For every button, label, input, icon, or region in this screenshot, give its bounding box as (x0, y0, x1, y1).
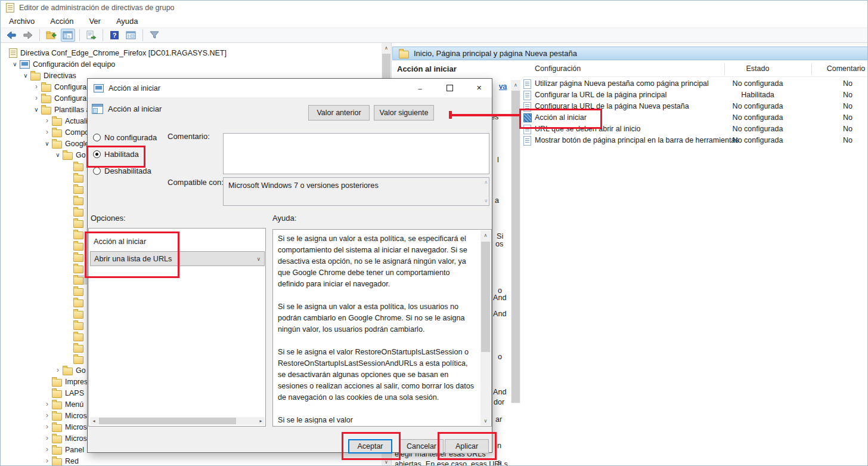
folder-icon (30, 73, 41, 81)
setting-row[interactable]: Configurar la URL de la página principal… (523, 90, 868, 101)
aplicar-button[interactable]: Aplicar (445, 439, 489, 453)
radio-habilitada-label[interactable]: Habilitada (104, 150, 139, 159)
setting-name[interactable]: URL que se deben abrir al inicio (535, 125, 640, 133)
folder-icon (52, 402, 62, 409)
policy-icon (523, 102, 531, 112)
folder-icon (73, 300, 83, 307)
setting-comentario: No (833, 125, 863, 133)
tree-item-label: Configuración del equipo (33, 60, 115, 69)
chevron-collapsed-icon[interactable]: › (42, 444, 52, 455)
setting-name[interactable]: Configurar la URL de la página Nueva pes… (535, 102, 689, 110)
folder-icon (399, 51, 409, 58)
dropdown-value: Abrir una lista de URLs (94, 255, 172, 263)
chevron-collapsed-icon[interactable]: › (42, 115, 52, 126)
setting-name[interactable]: Acción al iniciar (535, 113, 587, 122)
toolbar-separator (103, 29, 103, 41)
scrollbar-thumb[interactable] (481, 242, 490, 352)
chevron-collapsed-icon[interactable]: › (42, 410, 52, 421)
chevron-collapsed-icon[interactable]: › (32, 81, 41, 92)
maximize-icon[interactable] (436, 79, 463, 97)
tree-item[interactable]: Directiva Conf_Edge_Chrome_Firefox [DC01… (1, 47, 382, 58)
window-title: Editor de administración de directivas d… (19, 4, 175, 12)
tree-item[interactable]: ›Red (1, 455, 382, 466)
folder-icon (41, 107, 51, 115)
menu-accion[interactable]: Acción (50, 17, 73, 26)
previous-setting-button[interactable]: Valor anterior (308, 105, 370, 121)
help-paragraph: Si se le asigna el valor RestoreOnStartu… (278, 347, 476, 403)
chevron-expanded-icon[interactable]: ∨ (53, 149, 63, 161)
help-panel: Si se le asigna un valor a esta política… (272, 229, 492, 427)
setting-row[interactable]: Acción al iniciarNo configuradaNo (523, 112, 868, 124)
column-header-comentario[interactable]: Comentario (822, 64, 868, 73)
show-console-tree-icon[interactable] (61, 29, 75, 42)
scroll-up-icon[interactable]: ∧ (511, 80, 520, 90)
chevron-collapsed-icon[interactable]: › (42, 399, 52, 410)
scrollbar-thumb[interactable] (512, 91, 520, 403)
setting-row[interactable]: Mostrar botón de página principal en la … (523, 135, 868, 146)
show-properties-icon[interactable] (124, 29, 138, 42)
chevron-collapsed-icon[interactable]: › (42, 455, 52, 466)
gpo-icon (9, 48, 17, 58)
menu-ver[interactable]: Ver (89, 17, 101, 26)
chevron-collapsed-icon[interactable]: › (42, 421, 52, 433)
forward-arrow-icon[interactable] (21, 29, 35, 42)
scroll-right-icon[interactable]: ▸ (257, 417, 265, 425)
occluded-text-fragment: a (495, 196, 499, 205)
chevron-expanded-icon[interactable]: ∨ (10, 58, 20, 70)
setting-name[interactable]: Mostrar botón de página principal en la … (535, 136, 739, 144)
folder-icon (73, 220, 83, 228)
annotation-arrow-line (450, 114, 520, 116)
scroll-down-icon[interactable]: ∨ (480, 416, 491, 425)
radio-deshabilitada-label[interactable]: Deshabilitada (104, 166, 151, 175)
chevron-expanded-icon[interactable]: ∨ (42, 138, 52, 149)
radio-deshabilitada[interactable] (93, 167, 101, 175)
radio-habilitada[interactable] (93, 150, 101, 158)
setting-row[interactable]: URL que se deben abrir al inicioNo confi… (523, 124, 868, 135)
close-icon[interactable]: ✕ (466, 79, 492, 97)
extended-pane-scrollbar[interactable]: ∧ (511, 80, 520, 403)
minimize-icon[interactable]: – (407, 79, 433, 97)
dialog-setting-header: Acción al iniciar (92, 104, 162, 114)
scroll-down-icon: ∨ (484, 198, 488, 203)
scroll-left-icon[interactable]: ◂ (90, 417, 98, 425)
scroll-up-icon[interactable]: ∧ (382, 43, 391, 53)
scroll-down-icon[interactable]: ∨ (382, 457, 391, 466)
chevron-expanded-icon[interactable]: ∨ (32, 104, 41, 115)
chevron-collapsed-icon[interactable]: › (42, 126, 52, 138)
comment-input[interactable] (223, 133, 489, 174)
radio-no-configurada-label[interactable]: No configurada (104, 133, 157, 142)
help-scrollbar[interactable]: ∧ ∨ (480, 230, 491, 425)
filter-icon[interactable] (147, 29, 162, 42)
scroll-up-icon[interactable]: ∧ (480, 230, 491, 240)
setting-name[interactable]: Configurar la URL de la página principal (535, 91, 666, 99)
startup-action-dropdown[interactable]: Abrir una lista de URLs ∨ (90, 251, 265, 266)
setting-name[interactable]: Utilizar página Nueva pestaña como págin… (535, 79, 709, 88)
column-header-estado[interactable]: Estado (729, 64, 786, 73)
help-label: Ayuda: (272, 214, 296, 223)
menu-archivo[interactable]: Archivo (9, 17, 35, 26)
back-arrow-icon[interactable] (4, 29, 18, 42)
help-icon[interactable]: ? (107, 29, 122, 42)
cancelar-button[interactable]: Cancelar (399, 439, 444, 453)
column-header-configuracion[interactable]: Configuración (535, 64, 581, 73)
next-setting-button[interactable]: Valor siguiente (374, 105, 434, 121)
chevron-collapsed-icon[interactable]: › (53, 365, 63, 376)
chevron-collapsed-icon[interactable]: › (42, 433, 52, 444)
setting-row[interactable]: Configurar la URL de la página Nueva pes… (523, 101, 868, 112)
chevron-collapsed-icon[interactable]: › (32, 92, 41, 104)
scrollbar-thumb[interactable] (99, 418, 236, 424)
open-parent-folder-icon[interactable] (44, 29, 58, 42)
toolbar: ? (1, 27, 867, 43)
menu-ayuda[interactable]: Ayuda (116, 17, 138, 26)
tree-item[interactable]: ∨Configuración del equipo (1, 58, 382, 70)
aceptar-button[interactable]: Aceptar (348, 439, 392, 453)
help-text: Si se le asigna un valor a esta política… (278, 233, 476, 424)
radio-no-configurada[interactable] (93, 134, 101, 141)
options-horizontal-scrollbar[interactable]: ◂ ▸ (90, 417, 265, 425)
setting-row[interactable]: Utilizar página Nueva pestaña como págin… (523, 78, 868, 90)
tree-item-label: Directivas (44, 71, 76, 80)
export-list-icon[interactable] (84, 29, 98, 42)
tree-item-label: Micros (65, 411, 87, 420)
results-header: Inicio, Página principal y página Nueva … (392, 47, 868, 60)
chevron-expanded-icon[interactable]: ∨ (21, 70, 30, 81)
